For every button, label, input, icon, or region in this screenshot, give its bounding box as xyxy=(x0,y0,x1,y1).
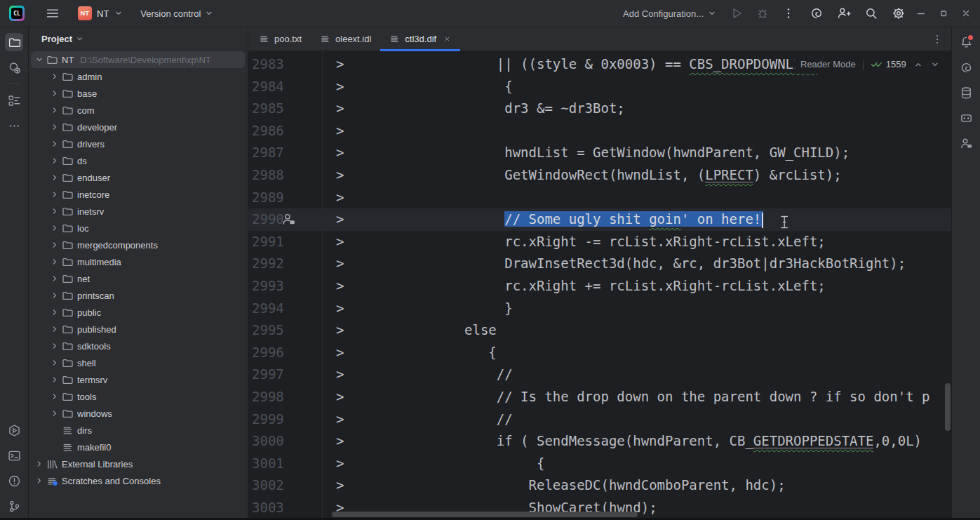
tree-item-ds[interactable]: ds xyxy=(29,152,248,169)
chevron-right-icon[interactable] xyxy=(48,71,61,82)
line-number[interactable]: 2989 xyxy=(252,187,284,209)
tree-item-com[interactable]: com xyxy=(29,102,248,119)
close-icon[interactable] xyxy=(960,8,972,19)
line-text[interactable]: > GetWindowRect(hwndList, (LPRECT) &rcLi… xyxy=(336,167,842,182)
line-text[interactable]: > xyxy=(336,123,344,138)
tree-item-tools[interactable]: tools xyxy=(29,388,248,405)
line-number[interactable]: 2991 xyxy=(252,231,284,253)
line-text[interactable]: > // xyxy=(336,366,513,382)
line-number[interactable]: 2995 xyxy=(252,319,284,342)
tree-item-enduser[interactable]: enduser xyxy=(29,169,248,186)
close-icon[interactable] xyxy=(443,35,451,43)
chevron-right-icon[interactable] xyxy=(48,121,61,133)
line-text[interactable]: > } xyxy=(336,300,513,316)
user-comment-button[interactable] xyxy=(957,134,975,152)
tree-item-admin[interactable]: admin xyxy=(29,68,248,85)
chevron-right-icon[interactable] xyxy=(48,340,61,352)
code-line-2996[interactable]: 2996> { xyxy=(248,342,952,364)
ai-assistant-icon[interactable] xyxy=(810,6,824,20)
tree-item-developer[interactable]: developer xyxy=(29,119,248,135)
line-number[interactable]: 2994 xyxy=(252,298,284,320)
project-selector[interactable]: NT NT xyxy=(78,6,123,20)
search-icon[interactable] xyxy=(864,6,878,20)
maximize-icon[interactable] xyxy=(938,8,949,19)
robot-button[interactable] xyxy=(957,109,975,127)
code-line-2990[interactable]: 2990> // Some ugly shit goin' on here! xyxy=(248,208,952,231)
tree-item-inetcore[interactable]: inetcore xyxy=(29,186,248,203)
line-text[interactable]: > rc.xRight += rcList.xRight-rcList.xLef… xyxy=(336,278,826,293)
line-text[interactable]: > // Some ugly shit goin' on here! xyxy=(336,211,763,227)
chevron-right-icon[interactable] xyxy=(48,307,61,318)
inspections-status[interactable]: 1559 xyxy=(871,59,906,69)
tree-item-termsrv[interactable]: termsrv xyxy=(29,371,248,388)
code-line-3001[interactable]: 3001> { xyxy=(248,453,952,475)
chevron-right-icon[interactable] xyxy=(48,222,61,234)
chevron-right-icon[interactable] xyxy=(48,391,61,402)
chevron-up-icon[interactable] xyxy=(913,60,923,69)
code-line-2986[interactable]: 2986> xyxy=(248,120,952,142)
line-number[interactable]: 2990 xyxy=(252,208,284,231)
chevron-right-icon[interactable] xyxy=(48,88,61,99)
line-text[interactable]: > // Is the drop down on the parent down… xyxy=(336,389,930,404)
code-line-2985[interactable]: 2985> dr3 &= ~dr3Bot; xyxy=(248,98,952,120)
problems-button[interactable] xyxy=(5,472,23,490)
tree-item-makefil0[interactable]: makefil0 xyxy=(29,439,248,455)
chevron-right-icon[interactable] xyxy=(48,357,61,368)
tree-item-external-libraries[interactable]: External Libraries xyxy=(29,455,248,472)
line-number[interactable]: 2983 xyxy=(252,53,284,76)
tab-poo-txt[interactable]: poo.txt xyxy=(250,27,311,51)
line-number[interactable]: 2987 xyxy=(252,142,284,164)
line-text[interactable]: > if ( SendMessage(hwndParent, CB_GETDRO… xyxy=(336,433,922,448)
tree-item-drivers[interactable]: drivers xyxy=(29,135,248,152)
line-number[interactable]: 3003 xyxy=(252,497,284,519)
line-text[interactable]: > { xyxy=(336,455,544,471)
code-line-2998[interactable]: 2998> // Is the drop down on the parent … xyxy=(248,386,952,408)
chevron-right-icon[interactable] xyxy=(48,374,61,385)
tree-item-loc[interactable]: loc xyxy=(29,220,248,236)
tree-item-printscan[interactable]: printscan xyxy=(29,287,248,304)
tab-ctl3d-dif[interactable]: ctl3d.dif xyxy=(380,27,460,51)
chevron-right-icon[interactable] xyxy=(48,290,61,301)
chevron-right-icon[interactable] xyxy=(48,273,61,284)
tree-item-net[interactable]: net xyxy=(29,270,248,287)
line-text[interactable]: > else xyxy=(336,322,497,338)
user-comment-icon[interactable] xyxy=(281,212,296,227)
chevron-right-icon[interactable] xyxy=(48,105,61,116)
chevron-right-icon[interactable] xyxy=(33,458,46,469)
tree-item-windows[interactable]: windows xyxy=(29,405,248,422)
project-folder-button[interactable] xyxy=(5,33,23,51)
debug-bug-icon[interactable] xyxy=(756,6,770,20)
chevron-down-icon[interactable] xyxy=(33,54,46,65)
line-text[interactable]: > xyxy=(336,189,344,205)
code-editor[interactable]: 2983> || ((style & 0x0003) == CBS_DROPDO… xyxy=(248,51,952,520)
line-text[interactable]: > dr3 &= ~dr3Bot; xyxy=(336,100,625,116)
line-text[interactable]: > { xyxy=(336,345,497,360)
code-line-2993[interactable]: 2993> rc.xRight += rcList.xRight-rcList.… xyxy=(248,275,952,298)
code-line-2987[interactable]: 2987> hwndList = GetWindow(hwndParent, G… xyxy=(248,142,952,164)
notifications-bell-button[interactable] xyxy=(957,33,975,51)
line-number[interactable]: 2985 xyxy=(252,98,284,120)
line-number[interactable]: 2999 xyxy=(252,408,284,431)
tree-item-sdktools[interactable]: sdktools xyxy=(29,338,248,354)
project-panel-header[interactable]: Project xyxy=(29,27,248,50)
chevron-right-icon[interactable] xyxy=(48,172,61,183)
run-configuration-selector[interactable]: Add Configuration... xyxy=(623,8,717,19)
chevron-right-icon[interactable] xyxy=(33,475,46,486)
line-number[interactable]: 2984 xyxy=(252,76,284,98)
vcs-selector[interactable]: Version control xyxy=(140,8,214,19)
chevron-right-icon[interactable] xyxy=(48,155,61,166)
tree-item-multimedia[interactable]: multimedia xyxy=(29,253,248,270)
settings-gear-icon[interactable] xyxy=(892,6,906,20)
line-number[interactable]: 3001 xyxy=(252,453,284,475)
line-number[interactable]: 3002 xyxy=(252,474,284,497)
ai-assistant-button[interactable] xyxy=(957,58,975,76)
tree-item-scratches-and-consoles[interactable]: Scratches and Consoles xyxy=(29,472,248,489)
line-number[interactable]: 2998 xyxy=(252,386,284,408)
chevron-down-icon[interactable] xyxy=(930,60,940,69)
chevron-right-icon[interactable] xyxy=(48,206,61,217)
git-branch-button[interactable] xyxy=(5,497,23,515)
line-number[interactable]: 2993 xyxy=(252,275,284,298)
code-line-2995[interactable]: 2995> else xyxy=(248,319,952,342)
code-line-2999[interactable]: 2999> // xyxy=(248,408,952,431)
code-line-2994[interactable]: 2994> } xyxy=(248,298,952,320)
